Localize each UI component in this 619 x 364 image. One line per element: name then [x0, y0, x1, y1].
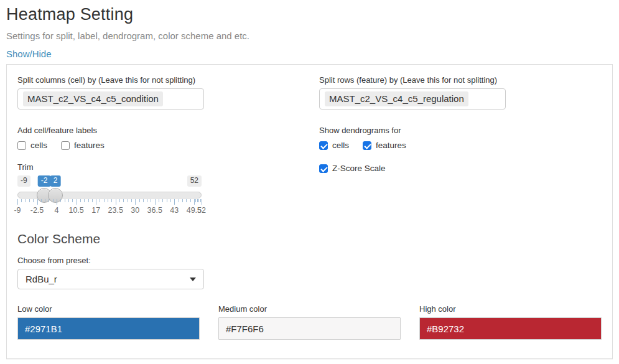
slider-tick — [45, 199, 45, 202]
slider-tick — [41, 199, 42, 202]
left-column: Split columns (cell) by (Leave this for … — [17, 75, 319, 217]
dendro-cells-checkbox[interactable] — [319, 141, 328, 150]
slider-grid-label: 4 — [55, 206, 59, 215]
slider-tick — [143, 199, 144, 202]
slider-tick — [186, 199, 187, 202]
labels-cells-label: cells — [30, 141, 47, 150]
labels-features-option[interactable]: features — [61, 141, 105, 150]
page-subtitle: Settings for split, label, dendrogram, c… — [6, 30, 613, 41]
slider-tick — [104, 199, 105, 202]
slider-tick — [33, 199, 34, 202]
high-color-label: High color — [419, 304, 602, 314]
add-labels-options: cells features — [17, 141, 319, 150]
slider-tick — [29, 199, 30, 202]
slider-tick — [139, 199, 140, 202]
trim-label: Trim — [17, 162, 319, 172]
dendrograms-title: Show dendrograms for — [319, 126, 602, 135]
slider-tick — [72, 199, 73, 202]
slider-grid-label: -9 — [14, 206, 21, 215]
slider-grid-label: 52 — [197, 206, 206, 215]
slider-tick — [100, 199, 100, 202]
low-color-input[interactable]: #2971B1 — [17, 317, 200, 340]
slider-tick — [195, 199, 196, 202]
slider-tick — [57, 199, 57, 205]
labels-cells-option[interactable]: cells — [17, 141, 47, 150]
labels-features-checkbox[interactable] — [61, 141, 70, 150]
slider-tick — [68, 199, 69, 202]
zscore-row: Z-Score Scale — [319, 164, 602, 173]
slider-tick — [147, 199, 147, 202]
split-rows-token: MAST_c2_VS_c4_c5_regulation — [325, 91, 468, 106]
slider-tick — [135, 199, 136, 205]
slider-tick — [92, 199, 93, 202]
split-rows-input[interactable]: MAST_c2_VS_c4_c5_regulation — [319, 88, 506, 110]
slider-grid-label: 43 — [170, 206, 179, 215]
slider-tick — [159, 199, 159, 202]
slider-to-badge: 2 — [50, 175, 61, 187]
slider-tick — [179, 199, 179, 202]
slider-tick — [119, 199, 120, 202]
slider-max-label: 52 — [187, 175, 202, 187]
slider-tick — [128, 199, 128, 202]
slider-tick — [162, 199, 163, 202]
medium-color-label: Medium color — [218, 304, 401, 314]
slider-grid-label: 17 — [91, 206, 100, 215]
slider-tick — [111, 199, 112, 202]
slider-tick — [197, 199, 198, 202]
slider-tick — [174, 199, 175, 205]
slider-tick — [170, 199, 171, 202]
labels-features-label: features — [74, 141, 105, 150]
slider-grid-label: -2.5 — [30, 206, 44, 215]
slider-tick — [65, 199, 65, 202]
slider-grid: -9-2.5410.51723.53036.54349.552 — [17, 199, 202, 215]
slider-tick — [17, 199, 18, 205]
labels-cells-checkbox[interactable] — [17, 141, 26, 150]
slider-tick — [194, 199, 195, 205]
split-columns-token: MAST_c2_VS_c4_c5_condition — [23, 91, 163, 106]
slider-tick — [116, 199, 116, 205]
slider-tick — [131, 199, 132, 202]
add-labels-title: Add cell/feature labels — [17, 126, 319, 135]
slider-tick — [200, 199, 201, 202]
dendro-features-checkbox[interactable] — [363, 141, 371, 150]
slider-tick — [202, 199, 202, 205]
trim-slider[interactable]: -9 52 -2 2 -9-2.5410.51723.53036.54349.5… — [17, 175, 202, 217]
high-color-input[interactable]: #B92732 — [419, 317, 602, 340]
dendro-features-option[interactable]: features — [363, 141, 406, 150]
split-columns-input[interactable]: MAST_c2_VS_c4_c5_condition — [17, 88, 204, 110]
slider-tick — [190, 199, 191, 202]
slider-tick — [123, 199, 124, 202]
dendro-cells-label: cells — [332, 141, 349, 150]
low-color-group: Low color #2971B1 — [17, 304, 200, 340]
slider-tick — [53, 199, 54, 202]
medium-color-input[interactable]: #F7F6F6 — [218, 317, 401, 340]
slider-tick — [108, 199, 108, 202]
color-scheme-title: Color Scheme — [17, 231, 602, 246]
page-title: Heatmap Setting — [6, 5, 613, 24]
slider-tick — [198, 199, 199, 202]
slider-tick — [26, 199, 26, 202]
show-hide-link[interactable]: Show/Hide — [6, 49, 52, 59]
low-color-label: Low color — [17, 304, 200, 314]
slider-tick — [84, 199, 85, 202]
preset-selected-value: RdBu_r — [26, 274, 57, 284]
dendro-cells-option[interactable]: cells — [319, 141, 349, 150]
slider-tick — [182, 199, 183, 202]
slider-tick — [96, 199, 96, 205]
dendrograms-options: cells features — [319, 141, 602, 150]
preset-label: Choose from preset: — [17, 256, 602, 265]
slider-grid-label: 23.5 — [108, 206, 123, 215]
split-rows-label: Split rows (feature) by (Leave this for … — [319, 75, 602, 85]
slider-tick — [155, 199, 156, 205]
zscore-option[interactable]: Z-Score Scale — [319, 164, 386, 173]
slider-tick — [80, 199, 81, 202]
slider-tick — [21, 199, 22, 202]
preset-select[interactable]: RdBu_r — [17, 269, 204, 289]
color-fields-row: Low color #2971B1 Medium color #F7F6F6 H… — [17, 304, 602, 340]
slider-from-badge: -2 — [38, 175, 51, 187]
medium-color-group: Medium color #F7F6F6 — [218, 304, 401, 340]
slider-min-label: -9 — [17, 175, 30, 187]
dendro-features-label: features — [376, 141, 406, 150]
zscore-checkbox[interactable] — [319, 164, 328, 173]
slider-tick — [167, 199, 167, 202]
